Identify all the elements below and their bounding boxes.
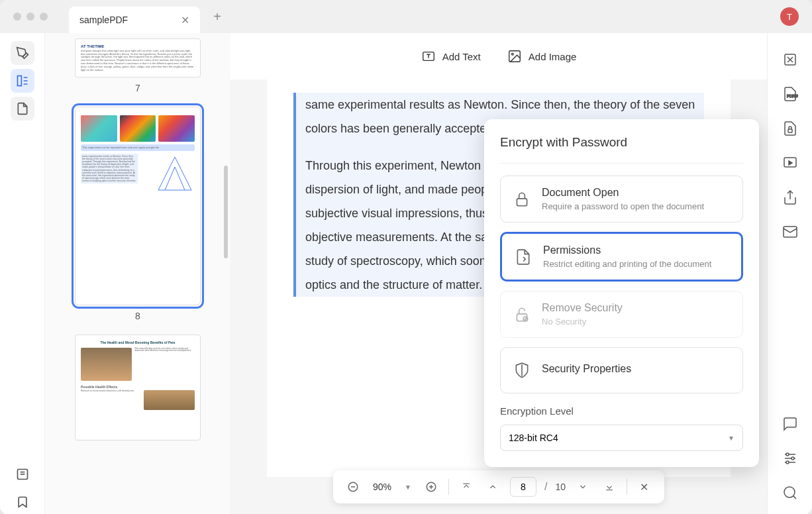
search-icon[interactable] [780,482,801,503]
left-tool-rail [0,33,45,514]
zoom-in-button[interactable] [422,478,440,496]
window-controls [5,13,56,21]
option-title: Security Properties [542,363,731,375]
next-page-button[interactable] [574,478,592,496]
permissions-option[interactable]: Permissions Restrict editing and printin… [500,232,743,282]
encryption-level-label: Encryption Level [500,405,743,417]
highlighter-tool-icon[interactable] [11,41,34,65]
total-pages: 10 [555,482,566,492]
remove-security-option: Remove Security No Security [500,291,743,338]
page-number-input[interactable] [510,477,536,497]
encryption-value: 128-bit RC4 [509,433,558,443]
maximize-window[interactable] [40,13,48,21]
svg-point-28 [791,457,794,460]
svg-marker-21 [789,161,792,165]
svg-point-29 [786,461,789,464]
permissions-icon [514,248,533,266]
form-tool-icon[interactable] [11,462,34,486]
document-open-option[interactable]: Document Open Require a password to open… [500,176,743,223]
option-desc: Restrict editing and printing of the doc… [543,259,729,269]
add-text-label: Add Text [442,51,481,62]
page-thumbnail-7[interactable]: AT THETIME everyone thought that white l… [75,38,201,77]
thumbnail-scrollbar[interactable] [224,166,228,258]
titlebar: samplePDF ✕ + T [0,0,812,33]
option-desc: No Security [542,317,731,327]
thumbnail-image [158,115,195,142]
page-thumbnail-9[interactable]: The Health and Mood-Boosting Benefits of… [75,334,201,440]
page-separator: / [544,481,547,493]
svg-line-31 [793,496,795,499]
bookmark-tool-icon[interactable] [11,490,34,514]
encrypt-panel: Encrypt with Password Document Open Requ… [484,119,759,467]
shield-icon [513,361,531,380]
tab-title: samplePDF [79,15,128,25]
thumbnail-number: 8 [135,311,140,321]
thumbnail-image [120,115,156,142]
page-thumbnail-8[interactable]: This experiment can be repeated over and… [75,107,201,305]
add-image-button[interactable]: Add Image [507,49,577,64]
close-window[interactable] [13,13,21,21]
lock-icon [513,190,531,209]
prev-page-button[interactable] [483,478,502,496]
text-icon [421,49,436,64]
thumbnails-tool-icon[interactable] [11,69,34,93]
thumbnail-image [81,115,117,142]
encryption-level-select[interactable]: 128-bit RC4 ▼ [500,425,743,451]
svg-point-27 [786,453,789,456]
thumbnail-image [144,390,195,410]
comment-icon[interactable] [780,413,801,435]
minimize-window[interactable] [26,13,34,21]
thumbnail-number: 7 [135,83,140,93]
user-avatar[interactable]: T [780,7,799,26]
option-desc: Require a password to open the document [542,201,731,211]
add-tab-button[interactable]: + [205,9,229,25]
document-tab[interactable]: samplePDF ✕ [69,7,200,33]
outline-tool-icon[interactable] [11,97,34,121]
image-icon [507,49,522,64]
svg-rect-19 [788,129,792,132]
document-toolbar: Add Text Add Image [230,33,767,79]
chevron-down-icon: ▼ [728,435,735,442]
page-controls: 90% ▼ / 10 [333,470,664,503]
security-properties-option[interactable]: Security Properties [500,347,743,393]
last-page-button[interactable] [600,478,619,496]
close-controls-button[interactable]: ✕ [635,478,654,496]
right-tool-rail: PDF/A [767,33,812,514]
thumbnail-image [81,348,132,381]
svg-text:PDF/A: PDF/A [787,94,798,98]
share-icon[interactable] [780,187,801,208]
properties-icon[interactable] [780,448,801,469]
slideshow-icon[interactable] [780,152,801,174]
svg-point-30 [784,487,795,497]
first-page-button[interactable] [457,478,476,496]
add-image-label: Add Image [529,51,577,62]
option-title: Permissions [543,244,729,256]
close-tab-icon[interactable]: ✕ [181,14,189,26]
add-text-button[interactable]: Add Text [421,49,481,64]
svg-rect-23 [784,227,797,237]
svg-rect-0 [17,76,21,86]
option-title: Document Open [542,187,731,199]
zoom-out-button[interactable] [344,478,362,496]
svg-rect-33 [517,313,527,321]
svg-point-9 [511,53,513,55]
security-icon[interactable] [780,118,801,139]
thumbnail-panel: AT THETIME everyone thought that white l… [45,33,230,514]
zoom-level: 90% [370,482,394,492]
zoom-dropdown-icon[interactable]: ▼ [402,484,414,491]
pdfa-icon[interactable]: PDF/A [780,83,801,105]
svg-rect-32 [517,198,527,205]
option-title: Remove Security [542,302,731,314]
unlock-icon [513,305,531,324]
email-icon[interactable] [780,221,801,242]
panel-title: Encrypt with Password [500,135,743,150]
convert-icon[interactable] [780,49,801,70]
